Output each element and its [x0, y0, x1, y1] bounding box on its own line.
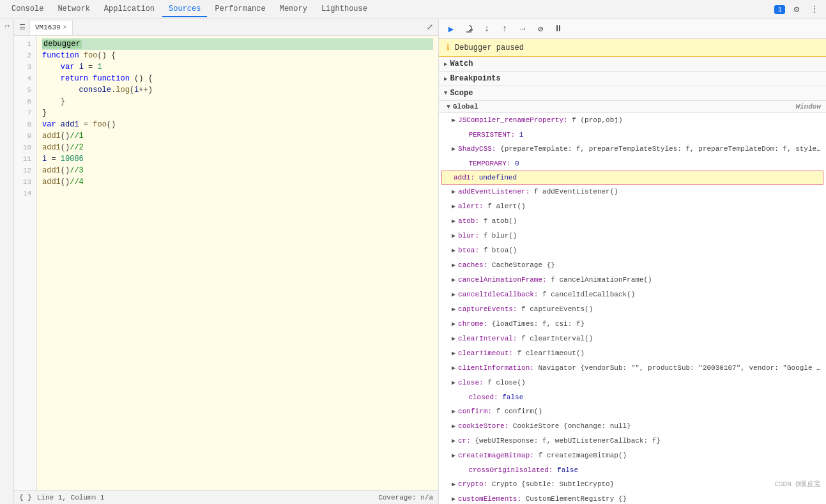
- expand-icon[interactable]: ⤢: [424, 22, 436, 32]
- scope-entry-btoa: ▶btoa: f btoa(): [439, 243, 826, 258]
- scope-entry-caches: ▶caches: CacheStorage {}: [439, 258, 826, 273]
- scope-entry-closed: closed: false: [439, 390, 826, 404]
- code-line-13: add1()//3: [42, 165, 433, 176]
- status-bar: { } Line 1, Column 1 Coverage: n/a: [14, 490, 438, 504]
- line-numbers: 12345 678910 11121314: [14, 36, 37, 490]
- scope-entry-crypto: ▶crypto: Crypto {subtle: SubtleCrypto}: [439, 477, 826, 492]
- scope-entry-crossoriginisolated: crossOriginIsolated: false: [439, 463, 826, 477]
- scope-entry-alert: ▶alert: f alert(): [439, 199, 826, 214]
- scope-entry-shadycss: ▶ShadyCSS: {prepareTemplate: f, prepareT…: [439, 142, 826, 157]
- scope-entry-createimagebitmap: ▶createImageBitmap: f createImageBitmap(…: [439, 448, 826, 463]
- cursor-position: Line 1, Column 1: [37, 494, 105, 501]
- scope-triangle: ▼: [444, 90, 447, 96]
- debugger-banner: ℹ Debugger paused: [439, 39, 826, 57]
- info-icon: ℹ: [447, 43, 450, 52]
- scope-global-header[interactable]: ▼ Global Window: [439, 101, 826, 113]
- code-line-3: var i = 1: [42, 61, 433, 73]
- nav-tab-application[interactable]: Application: [98, 2, 161, 17]
- scope-section-header[interactable]: ▼ Scope: [439, 86, 826, 101]
- settings-icon[interactable]: ⚙: [790, 3, 803, 16]
- scope-entry-blur: ▶blur: f blur(): [439, 229, 826, 243]
- breakpoints-section-header[interactable]: ▶ Breakpoints: [439, 72, 826, 86]
- nav-tab-console[interactable]: Console: [5, 2, 50, 17]
- file-tab-close[interactable]: ×: [63, 24, 67, 31]
- scope-entry-customelements: ▶customElements: CustomElementRegistry {…: [439, 492, 826, 504]
- code-line-14: add1()//4: [42, 176, 433, 188]
- breakpoints-section: ▶ Breakpoints: [439, 72, 826, 86]
- code-line-4: return function () {: [42, 73, 433, 84]
- nav-icons: 1 ⚙ ⋮: [774, 3, 821, 16]
- scope-entry-cancelanimationframe: ▶cancelAnimationFrame: f cancelAnimation…: [439, 273, 826, 287]
- scope-entry-cancelidlecallback: ▶cancelIdleCallback: f cancelIdleCallbac…: [439, 287, 826, 302]
- breakpoints-triangle: ▶: [444, 75, 447, 82]
- watch-section-header[interactable]: ▶ Watch: [439, 57, 826, 71]
- scope-entry-chrome: ▶chrome: {loadTimes: f, csi: f}: [439, 317, 826, 332]
- step-out-button[interactable]: ↑: [498, 22, 512, 36]
- file-tabs-left: ☰ VM1639 ×: [17, 20, 73, 35]
- file-tab-bar: ☰ VM1639 × ⤢: [14, 19, 438, 36]
- watch-section: ▶ Watch: [439, 57, 826, 72]
- deactivate-button[interactable]: ⊘: [533, 22, 547, 36]
- main-layout: t ☰ VM1639 × ⤢ 12345 678910 11121314: [0, 19, 826, 504]
- nav-tab-network[interactable]: Network: [51, 2, 96, 17]
- code-line-9: var add1 = foo(): [42, 119, 433, 130]
- global-arrow: ▼: [447, 103, 450, 111]
- watch-triangle: ▶: [444, 61, 447, 68]
- coverage-status: Coverage: n/a: [378, 494, 433, 501]
- watermark: CSDN @顽皮宝: [774, 479, 821, 489]
- code-line-1: debugger: [42, 38, 433, 50]
- code-line-12: i = 10086: [42, 153, 433, 165]
- scope-entry-jscompiler: ▶JSCompiler_renameProperty: f (prop,obj): [439, 113, 826, 128]
- nav-tab-performance[interactable]: Performance: [208, 2, 272, 17]
- code-line-11: add1()//2: [42, 142, 433, 153]
- scope-entry-temporary: TEMPORARY: 0: [439, 157, 826, 171]
- scope-label: Scope: [450, 89, 473, 98]
- code-lines: debugger function foo() { var i = 1 retu…: [37, 36, 438, 490]
- code-line-5: console.log(i++): [42, 84, 433, 96]
- code-line-10: add1()//1: [42, 130, 433, 142]
- code-line-7: }: [42, 107, 433, 119]
- global-label: Global: [453, 103, 478, 111]
- step-button[interactable]: →: [516, 22, 530, 36]
- debugger-paused-text: Debugger paused: [455, 43, 524, 52]
- step-into-button[interactable]: ↓: [480, 22, 494, 36]
- scope-entry-persistent: PERSISTENT: 1: [439, 128, 826, 142]
- code-line-6: }: [42, 96, 433, 107]
- scope-entry-cookiestore: ▶cookieStore: CookieStore {onchange: nul…: [439, 419, 826, 434]
- notification-badge[interactable]: 1: [774, 5, 785, 14]
- debug-controls: ▶ ↓ ↑ → ⊘ ⏸: [439, 19, 826, 39]
- scope-entry-clientinformation: ▶clientInformation: Navigator {vendorSub…: [439, 361, 826, 376]
- scope-entry-cr: ▶cr: {webUIResponse: f, webUIListenerCal…: [439, 434, 826, 448]
- scope-entry-addeventlistener: ▶addEventListener: f addEventListener(): [439, 185, 826, 199]
- nav-tab-memory[interactable]: Memory: [273, 2, 314, 17]
- top-nav: Console Network Application Sources Perf…: [0, 0, 826, 19]
- status-brace-icon[interactable]: { }: [19, 494, 32, 501]
- nav-tab-sources[interactable]: Sources: [162, 2, 207, 17]
- breakpoints-label: Breakpoints: [450, 74, 500, 83]
- pause-on-exception-button[interactable]: ⏸: [551, 22, 565, 36]
- scope-entry-captureevents: ▶captureEvents: f captureEvents(): [439, 302, 826, 317]
- watch-label: Watch: [450, 59, 473, 68]
- sidebar-toggle-icon[interactable]: ☰: [17, 23, 28, 31]
- file-tab-vm1639[interactable]: VM1639 ×: [29, 20, 73, 35]
- left-panel: ☰ VM1639 × ⤢ 12345 678910 11121314 debug…: [14, 19, 439, 504]
- left-sidebar: t: [0, 19, 14, 504]
- step-over-button[interactable]: [462, 22, 476, 36]
- code-area[interactable]: 12345 678910 11121314 debugger function …: [14, 36, 438, 490]
- scope-entry-add1: add1: undefined: [441, 171, 823, 185]
- scope-entry-close: ▶close: f close(): [439, 376, 826, 390]
- window-label: Window: [795, 103, 821, 111]
- file-tab-name: VM1639: [35, 24, 61, 31]
- scope-entry-atob: ▶atob: f atob(): [439, 214, 826, 229]
- resume-button[interactable]: ▶: [444, 22, 458, 36]
- scope-area[interactable]: ▼ Scope ▼ Global Window ▶JSCompiler_rena…: [439, 86, 826, 504]
- code-line-2: function foo() {: [42, 50, 433, 61]
- scope-entry-confirm: ▶confirm: f confirm(): [439, 404, 826, 419]
- nav-tab-lighthouse[interactable]: Lighthouse: [315, 2, 374, 17]
- scope-entry-cleartimeout: ▶clearTimeout: f clearTimeout(): [439, 346, 826, 361]
- scope-entry-clearinterval: ▶clearInterval: f clearInterval(): [439, 332, 826, 346]
- right-panel: ▶ ↓ ↑ → ⊘ ⏸ ℹ Debugger paused ▶ Watch ▶: [439, 19, 826, 504]
- sidebar-icon[interactable]: t: [3, 22, 10, 31]
- more-icon[interactable]: ⋮: [808, 3, 821, 16]
